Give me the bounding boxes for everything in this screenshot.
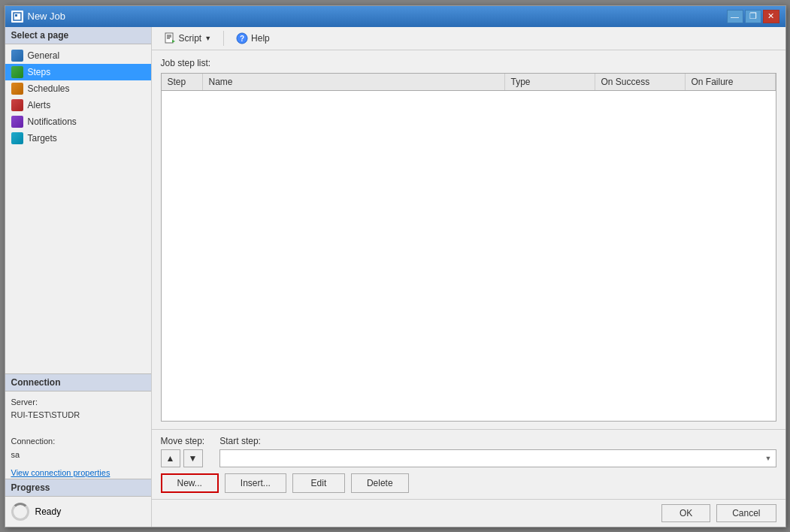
sidebar-item-general[interactable]: General [5, 47, 151, 64]
view-connection-link[interactable]: View connection properties [5, 467, 151, 479]
svg-text:?: ? [240, 35, 244, 43]
col-header-onsuccess: On Success [595, 74, 686, 90]
sidebar-item-targets-label: Targets [28, 133, 57, 144]
window-body: Select a page General Steps Schedules Al… [5, 27, 785, 527]
targets-icon [11, 132, 23, 144]
start-step-select-wrapper [219, 449, 776, 467]
help-button[interactable]: ? Help [230, 30, 276, 47]
script-button[interactable]: Script ▼ [158, 30, 218, 47]
progress-spinner [11, 503, 29, 521]
start-step-select[interactable] [219, 449, 776, 467]
new-button[interactable]: New... [161, 473, 219, 493]
close-button[interactable]: ✕ [763, 10, 779, 23]
start-step-label: Start step: [219, 436, 776, 446]
restore-button[interactable]: ❐ [745, 10, 761, 23]
script-label: Script [179, 33, 202, 44]
toolbar: Script ▼ ? Help [152, 27, 785, 50]
title-bar: New Job — ❐ ✕ [5, 6, 785, 27]
edit-button[interactable]: Edit [292, 473, 345, 493]
connection-details: Server: RUI-TEST\STUDR Connection: sa [5, 391, 151, 467]
title-controls: — ❐ ✕ [727, 10, 779, 23]
select-page-header: Select a page [5, 27, 151, 44]
content-area: Job step list: Step Name Type On Success… [152, 50, 785, 429]
col-header-step: Step [162, 74, 203, 90]
help-label: Help [251, 33, 270, 44]
cancel-button[interactable]: Cancel [716, 504, 776, 522]
notifications-icon [11, 116, 23, 128]
sidebar-item-targets[interactable]: Targets [5, 130, 151, 147]
move-step-group: Move step: ▲ ▼ [161, 436, 205, 467]
move-up-button[interactable]: ▲ [161, 449, 180, 467]
col-header-onfailure: On Failure [686, 74, 776, 90]
minimize-button[interactable]: — [727, 10, 743, 23]
table-body [162, 91, 776, 419]
sidebar-item-schedules[interactable]: Schedules [5, 80, 151, 97]
svg-rect-1 [15, 14, 17, 17]
help-icon: ? [236, 32, 248, 44]
toolbar-divider [223, 31, 224, 46]
delete-button[interactable]: Delete [351, 473, 409, 493]
sidebar-item-steps-label: Steps [28, 67, 51, 77]
title-bar-left: New Job [11, 11, 66, 23]
progress-status: Ready [35, 506, 62, 517]
move-step-label: Move step: [161, 436, 205, 446]
sidebar-item-notifications-label: Notifications [28, 116, 77, 127]
bottom-row2: New... Insert... Edit Delete [161, 473, 776, 493]
insert-button[interactable]: Insert... [225, 473, 286, 493]
schedules-icon [11, 83, 23, 95]
server-value: RUI-TEST\STUDR [11, 410, 80, 419]
sidebar-item-notifications[interactable]: Notifications [5, 113, 151, 130]
bottom-controls: Move step: ▲ ▼ Start step: [152, 429, 785, 499]
job-step-table: Step Name Type On Success On Failure [161, 73, 776, 422]
progress-header: Progress [5, 479, 151, 497]
window-icon [11, 11, 23, 23]
job-step-list-label: Job step list: [161, 58, 776, 68]
steps-icon [11, 66, 23, 78]
sidebar-item-alerts[interactable]: Alerts [5, 97, 151, 113]
main-window: New Job — ❐ ✕ Select a page General Step… [5, 5, 786, 527]
bottom-row1: Move step: ▲ ▼ Start step: [161, 436, 776, 467]
col-header-type: Type [505, 74, 595, 90]
general-icon [11, 50, 23, 62]
sidebar-item-schedules-label: Schedules [28, 83, 70, 94]
footer: OK Cancel [152, 499, 785, 527]
col-header-name: Name [203, 74, 505, 90]
sidebar-items: General Steps Schedules Alerts Notificat… [5, 44, 151, 150]
sidebar-item-alerts-label: Alerts [28, 100, 51, 110]
move-btns: ▲ ▼ [161, 449, 205, 467]
connection-label2: Connection: [11, 437, 56, 446]
sidebar-item-steps[interactable]: Steps [5, 64, 151, 80]
alerts-icon [11, 99, 23, 111]
main-content: Script ▼ ? Help Job step list: [152, 27, 785, 527]
connection-value: sa [11, 450, 20, 459]
move-down-button[interactable]: ▼ [183, 449, 203, 467]
ok-button[interactable]: OK [661, 504, 710, 522]
svg-marker-6 [172, 40, 175, 43]
server-label: Server: [11, 397, 38, 407]
script-dropdown-arrow: ▼ [204, 35, 211, 42]
sidebar: Select a page General Steps Schedules Al… [5, 27, 152, 527]
connection-header: Connection [5, 373, 151, 391]
progress-content: Ready [5, 497, 151, 527]
table-header: Step Name Type On Success On Failure [162, 74, 776, 91]
script-icon [164, 32, 176, 44]
sidebar-item-general-label: General [28, 50, 60, 61]
window-title: New Job [28, 11, 66, 22]
start-step-group: Start step: [219, 436, 776, 467]
